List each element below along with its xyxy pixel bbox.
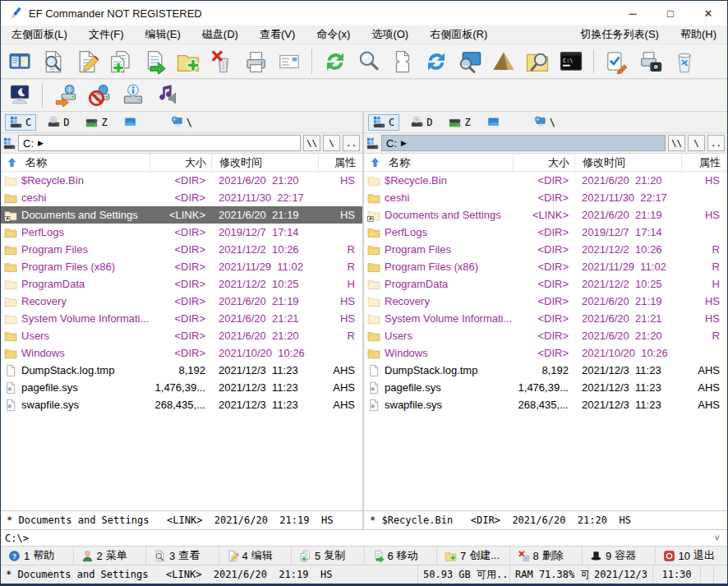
terminal-button[interactable]: C:\ [554,46,587,76]
disconnect-network-drive-button[interactable] [82,81,116,111]
maximize-button[interactable]: □ [652,1,689,25]
print-button[interactable] [238,46,272,76]
delete-button[interactable] [205,46,238,76]
sync-green-button[interactable] [318,46,352,76]
left-path-button-0[interactable]: \\ [303,135,320,151]
print-screen-button[interactable] [634,46,667,76]
email-button[interactable] [272,46,306,76]
menu-item-right-0[interactable]: 切换任务列表(S) [570,25,670,44]
refresh-blue-button[interactable] [419,46,453,76]
menu-item-left-7[interactable]: 右侧面板(R) [419,25,498,44]
right-path-button-2[interactable]: .. [707,135,725,151]
right-drive-tab-C[interactable]: C [368,114,399,131]
left-file-row-0[interactable]: $Recycle.Bin<DIR>2021/6/20 21:20HS [1,172,362,189]
left-file-row-9[interactable]: Users<DIR>2021/6/20 21:20R [1,327,362,344]
fn-button-1[interactable]: ?1帮助 [1,547,74,565]
menu-item-left-0[interactable]: 左侧面板(L) [1,25,78,44]
drive-info-button[interactable] [116,81,150,111]
left-drive-tab-D[interactable]: D [43,114,74,131]
left-file-row-7[interactable]: Recovery<DIR>2021/6/20 21:19HS [1,293,362,310]
right-file-row-7[interactable]: Recovery<DIR>2021/6/20 21:19HS [364,293,727,310]
menu-item-left-3[interactable]: 磁盘(D) [191,25,249,44]
left-file-row-8[interactable]: System Volume Informati...<DIR>2021/6/20… [1,310,362,327]
left-file-row-13[interactable]: swapfile.sys268,435,...2021/12/3 11:23AH… [1,396,362,413]
right-header-attr[interactable]: 属性 [681,154,727,171]
right-file-row-4[interactable]: Program Files<DIR>2021/12/2 10:26R [364,241,727,258]
left-file-row-1[interactable]: ceshi<DIR>2021/11/30 22:17 [1,189,362,206]
right-file-row-9[interactable]: Users<DIR>2021/6/20 21:20R [364,327,727,344]
menu-item-left-4[interactable]: 查看(V) [249,25,306,44]
right-file-row-8[interactable]: System Volume Informati...<DIR>2021/6/20… [364,310,727,327]
left-path-field[interactable]: C:▶ [18,135,301,151]
right-file-row-5[interactable]: Program Files (x86)<DIR>2021/11/29 11:02… [364,258,727,275]
fn-button-8[interactable]: 8删除 [510,547,583,565]
left-file-row-12[interactable]: pagefile.sys1,476,39...2021/12/3 11:23AH… [1,379,362,396]
right-path-button-1[interactable]: \ [688,135,705,151]
folder-search-button[interactable] [520,46,554,76]
volume-button[interactable] [150,81,183,111]
right-file-row-2[interactable]: Documents and Settings<LINK>2021/6/20 21… [364,206,727,224]
right-path-button-0[interactable]: \\ [668,135,685,151]
left-header-attr[interactable]: 属性 [318,154,362,171]
move-file-button[interactable] [137,46,171,76]
right-drive-tab-\[interactable]: \ [529,114,560,131]
right-file-row-13[interactable]: swapfile.sys268,435,...2021/12/3 11:23AH… [364,396,727,413]
screen-search-button[interactable] [453,46,486,76]
right-file-row-3[interactable]: PerfLogs<DIR>2019/12/7 17:14 [364,224,727,241]
split-file-button[interactable] [385,46,419,76]
menu-item-right-1[interactable]: 帮助(H) [670,25,727,44]
copy-file-button[interactable] [104,46,137,76]
left-file-row-6[interactable]: ProgramData<DIR>2021/12/2 10:25H [1,275,362,293]
left-path-button-2[interactable]: .. [343,135,360,151]
left-header-size[interactable]: 大小 [150,154,211,171]
minimize-button[interactable]: ─ [614,1,652,25]
right-header-size[interactable]: 大小 [513,154,574,171]
left-file-row-4[interactable]: Program Files<DIR>2021/12/2 10:26R [1,241,362,258]
left-drive-tab-Z[interactable]: Z [81,114,112,131]
monitor-sleep-button[interactable] [2,81,36,111]
fn-button-9[interactable]: 9容器 [583,547,656,565]
left-file-row-5[interactable]: Program Files (x86)<DIR>2021/11/29 11:02… [1,258,362,275]
left-drive-tab-desktop[interactable] [119,114,141,131]
right-header-date[interactable]: 修改时间 [574,154,681,171]
right-drive-tab-desktop[interactable] [482,114,505,131]
recycle-bin-button[interactable] [667,46,701,76]
left-drive-tab-C[interactable]: C [5,114,36,131]
left-header-date[interactable]: 修改时间 [211,154,318,171]
menu-item-left-5[interactable]: 命令(x) [306,25,361,44]
new-folder-button[interactable] [171,46,205,76]
right-file-row-1[interactable]: ceshi<DIR>2021/11/30 22:17 [364,189,727,206]
search-button[interactable] [352,46,385,76]
right-file-row-11[interactable]: DumpStack.log.tmp8,1922021/12/3 11:23AHS [364,362,727,379]
right-path-field[interactable]: C:▶ [381,135,666,151]
right-file-row-12[interactable]: pagefile.sys1,476,39...2021/12/3 11:23AH… [364,379,727,396]
menu-item-left-1[interactable]: 文件(F) [78,25,135,44]
fn-button-5[interactable]: 5复制 [292,547,365,565]
right-file-row-6[interactable]: ProgramData<DIR>2021/12/2 10:25H [364,275,727,293]
fn-button-2[interactable]: 2菜单 [74,547,147,565]
fn-button-10[interactable]: 10退出 [656,547,728,565]
map-network-drive-button[interactable] [48,81,82,111]
dual-panel-button[interactable] [2,46,36,76]
fn-button-6[interactable]: 6移动 [365,547,438,565]
view-file-button[interactable] [36,46,70,76]
left-file-row-2[interactable]: Documents and Settings<LINK>2021/6/20 21… [1,206,362,224]
left-drive-tab-\[interactable]: \ [166,114,197,131]
menu-item-left-2[interactable]: 编辑(E) [135,25,191,44]
fn-button-4[interactable]: 4编辑 [219,547,293,565]
command-line[interactable]: C:\> ˅ [1,529,727,546]
right-drive-tab-Z[interactable]: Z [444,114,475,131]
right-drive-tab-D[interactable]: D [406,114,437,131]
settings-button[interactable] [600,46,634,76]
right-file-row-10[interactable]: Windows<DIR>2021/10/20 10:26 [364,344,727,362]
menu-item-left-6[interactable]: 选项(O) [361,25,419,44]
right-header-name[interactable]: 名称 [364,154,513,171]
pack-pyramid-button[interactable] [486,46,520,76]
right-file-row-0[interactable]: $Recycle.Bin<DIR>2021/6/20 21:20HS [364,172,727,189]
edit-file-button[interactable] [70,46,104,76]
left-file-row-10[interactable]: Windows<DIR>2021/10/20 10:26 [1,344,362,362]
fn-button-3[interactable]: 3查看 [146,547,219,565]
left-file-row-3[interactable]: PerfLogs<DIR>2019/12/7 17:14 [1,224,362,241]
left-path-button-1[interactable]: \ [323,135,340,151]
chevron-down-icon[interactable]: ˅ [714,533,723,543]
